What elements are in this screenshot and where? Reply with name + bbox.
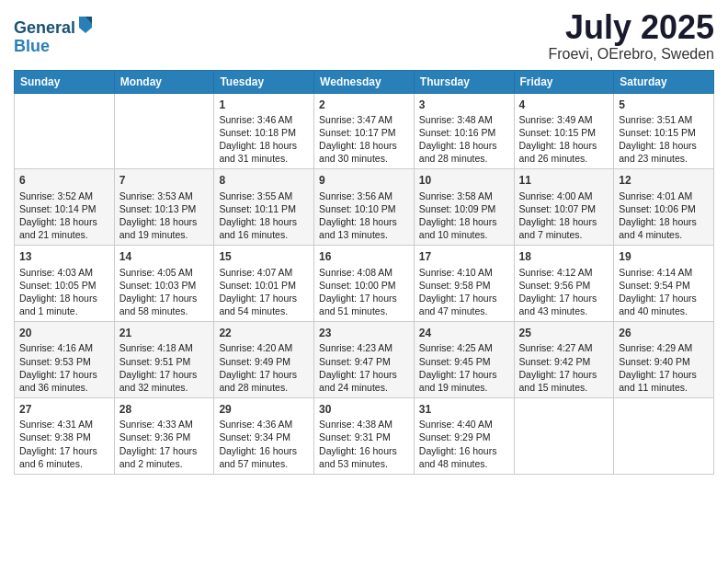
day-number: 10 [419,173,509,188]
calendar-cell: 24Sunrise: 4:25 AM Sunset: 9:45 PM Dayli… [414,322,514,398]
day-number: 25 [519,326,609,340]
day-number: 4 [519,98,609,112]
page-header: GeneralBlue July 2025 Froevi, OErebro, S… [14,9,714,63]
day-number: 13 [19,249,109,264]
calendar-cell: 3Sunrise: 3:48 AM Sunset: 10:16 PM Dayli… [414,93,514,169]
calendar-cell: 18Sunrise: 4:12 AM Sunset: 9:56 PM Dayli… [514,246,614,322]
cell-content: Sunrise: 4:40 AM Sunset: 9:29 PM Dayligh… [419,418,509,470]
day-number: 30 [319,402,409,417]
calendar-cell: 11Sunrise: 4:00 AM Sunset: 10:07 PM Dayl… [514,169,614,246]
calendar-week-row: 6Sunrise: 3:52 AM Sunset: 10:14 PM Dayli… [15,169,714,246]
cell-content: Sunrise: 4:38 AM Sunset: 9:31 PM Dayligh… [319,418,409,470]
weekday-header-sunday: Sunday [15,70,115,93]
day-number: 11 [519,173,609,188]
cell-content: Sunrise: 4:05 AM Sunset: 10:03 PM Daylig… [119,266,210,318]
day-number: 14 [119,249,210,264]
cell-content: Sunrise: 4:07 AM Sunset: 10:01 PM Daylig… [219,266,309,318]
day-number: 17 [419,249,509,264]
cell-content: Sunrise: 3:55 AM Sunset: 10:11 PM Daylig… [219,190,309,242]
weekday-header-wednesday: Wednesday [314,70,415,93]
weekday-header-saturday: Saturday [614,70,714,93]
cell-content: Sunrise: 4:25 AM Sunset: 9:45 PM Dayligh… [419,341,509,394]
calendar-cell: 5Sunrise: 3:51 AM Sunset: 10:15 PM Dayli… [614,93,714,169]
weekday-header-friday: Friday [514,70,614,93]
day-number: 23 [319,326,409,340]
day-number: 6 [19,173,109,188]
calendar-cell: 26Sunrise: 4:29 AM Sunset: 9:40 PM Dayli… [614,322,714,398]
cell-content: Sunrise: 4:14 AM Sunset: 9:54 PM Dayligh… [619,266,709,318]
day-number: 16 [319,249,409,264]
cell-content: Sunrise: 4:20 AM Sunset: 9:49 PM Dayligh… [219,341,309,394]
calendar-cell: 30Sunrise: 4:38 AM Sunset: 9:31 PM Dayli… [314,398,415,475]
cell-content: Sunrise: 3:52 AM Sunset: 10:14 PM Daylig… [19,190,109,242]
cell-content: Sunrise: 4:01 AM Sunset: 10:06 PM Daylig… [619,190,709,242]
calendar-cell: 12Sunrise: 4:01 AM Sunset: 10:06 PM Dayl… [614,169,714,246]
cell-content: Sunrise: 4:16 AM Sunset: 9:53 PM Dayligh… [19,341,109,394]
calendar-cell: 2Sunrise: 3:47 AM Sunset: 10:17 PM Dayli… [314,93,415,169]
calendar-cell: 15Sunrise: 4:07 AM Sunset: 10:01 PM Dayl… [214,246,314,322]
calendar-cell: 25Sunrise: 4:27 AM Sunset: 9:42 PM Dayli… [514,322,614,398]
cell-content: Sunrise: 3:56 AM Sunset: 10:10 PM Daylig… [319,190,409,242]
day-number: 9 [319,173,409,188]
calendar-cell: 23Sunrise: 4:23 AM Sunset: 9:47 PM Dayli… [314,322,415,398]
cell-content: Sunrise: 4:18 AM Sunset: 9:51 PM Dayligh… [119,341,210,394]
cell-content: Sunrise: 4:29 AM Sunset: 9:40 PM Dayligh… [619,341,709,394]
calendar-cell [514,398,614,475]
cell-content: Sunrise: 3:53 AM Sunset: 10:13 PM Daylig… [119,190,210,242]
day-number: 31 [419,402,509,417]
cell-content: Sunrise: 4:08 AM Sunset: 10:00 PM Daylig… [319,266,409,318]
calendar-cell: 21Sunrise: 4:18 AM Sunset: 9:51 PM Dayli… [114,322,214,398]
calendar-cell [614,398,714,475]
cell-content: Sunrise: 4:10 AM Sunset: 9:58 PM Dayligh… [419,266,509,318]
cell-content: Sunrise: 4:23 AM Sunset: 9:47 PM Dayligh… [319,341,409,394]
calendar-cell: 20Sunrise: 4:16 AM Sunset: 9:53 PM Dayli… [15,322,115,398]
calendar-week-row: 27Sunrise: 4:31 AM Sunset: 9:38 PM Dayli… [15,398,714,475]
day-number: 21 [119,326,210,340]
cell-content: Sunrise: 4:36 AM Sunset: 9:34 PM Dayligh… [219,418,309,470]
calendar-cell: 4Sunrise: 3:49 AM Sunset: 10:15 PM Dayli… [514,93,614,169]
day-number: 3 [419,98,509,112]
calendar-cell: 29Sunrise: 4:36 AM Sunset: 9:34 PM Dayli… [214,398,314,475]
day-number: 27 [19,402,109,417]
cell-content: Sunrise: 4:33 AM Sunset: 9:36 PM Dayligh… [119,418,210,470]
calendar-cell: 19Sunrise: 4:14 AM Sunset: 9:54 PM Dayli… [614,246,714,322]
cell-content: Sunrise: 3:47 AM Sunset: 10:17 PM Daylig… [319,113,409,166]
day-number: 19 [619,249,709,264]
cell-content: Sunrise: 4:03 AM Sunset: 10:05 PM Daylig… [19,266,109,318]
calendar-header-row: SundayMondayTuesdayWednesdayThursdayFrid… [15,70,714,93]
calendar-cell: 7Sunrise: 3:53 AM Sunset: 10:13 PM Dayli… [114,169,214,246]
cell-content: Sunrise: 4:12 AM Sunset: 9:56 PM Dayligh… [519,266,609,318]
logo-text: GeneralBlue [14,15,94,56]
day-number: 26 [619,326,709,340]
calendar-week-row: 1Sunrise: 3:46 AM Sunset: 10:18 PM Dayli… [15,93,714,169]
cell-content: Sunrise: 3:51 AM Sunset: 10:15 PM Daylig… [619,113,709,166]
calendar-cell: 27Sunrise: 4:31 AM Sunset: 9:38 PM Dayli… [15,398,115,475]
calendar-cell [15,93,115,169]
day-number: 2 [319,98,409,112]
calendar-cell: 22Sunrise: 4:20 AM Sunset: 9:49 PM Dayli… [214,322,314,398]
day-number: 5 [619,98,709,112]
weekday-header-monday: Monday [114,70,214,93]
title-block: July 2025 Froevi, OErebro, Sweden [548,9,714,63]
day-number: 28 [119,402,210,417]
day-number: 29 [219,402,309,417]
cell-content: Sunrise: 4:31 AM Sunset: 9:38 PM Dayligh… [19,418,109,470]
calendar-week-row: 13Sunrise: 4:03 AM Sunset: 10:05 PM Dayl… [15,246,714,322]
calendar-cell: 1Sunrise: 3:46 AM Sunset: 10:18 PM Dayli… [214,93,314,169]
calendar-cell: 8Sunrise: 3:55 AM Sunset: 10:11 PM Dayli… [214,169,314,246]
day-number: 24 [419,326,509,340]
day-number: 18 [519,249,609,264]
logo: GeneralBlue [14,15,94,56]
weekday-header-thursday: Thursday [414,70,514,93]
cell-content: Sunrise: 4:27 AM Sunset: 9:42 PM Dayligh… [519,341,609,394]
weekday-header-tuesday: Tuesday [214,70,314,93]
calendar-week-row: 20Sunrise: 4:16 AM Sunset: 9:53 PM Dayli… [15,322,714,398]
cell-content: Sunrise: 3:46 AM Sunset: 10:18 PM Daylig… [219,113,309,166]
day-number: 1 [219,98,309,112]
calendar-cell: 14Sunrise: 4:05 AM Sunset: 10:03 PM Dayl… [114,246,214,322]
calendar-cell: 28Sunrise: 4:33 AM Sunset: 9:36 PM Dayli… [114,398,214,475]
location-subtitle: Froevi, OErebro, Sweden [548,46,714,63]
calendar-cell: 17Sunrise: 4:10 AM Sunset: 9:58 PM Dayli… [414,246,514,322]
month-title: July 2025 [548,9,714,46]
day-number: 15 [219,249,309,264]
